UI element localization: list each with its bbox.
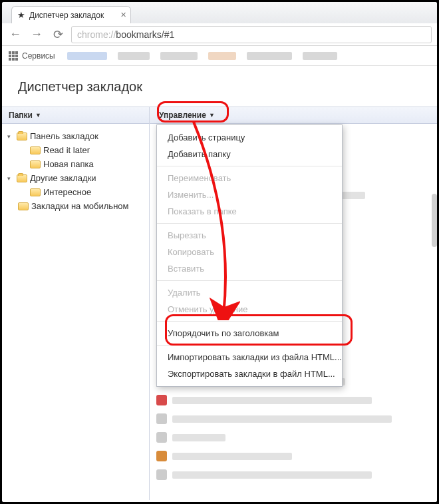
tree-item-new-folder[interactable]: Новая папка [6,157,145,171]
menu-sort-title[interactable]: Упорядочить по заголовкам [157,325,342,342]
menu-delete: Удалить [157,284,342,301]
folder-open-icon [17,174,27,182]
url-path: bookmarks/#1 [116,29,174,40]
folder-label: Закладки на мобильном [31,201,128,211]
nav-toolbar: ← → ⟳ chrome://bookmarks/#1 [2,23,437,46]
menu-show-in-folder: Показать в папке [157,203,342,220]
scrollbar-thumb[interactable] [432,194,437,247]
menu-paste: Вставить [157,260,342,277]
back-button[interactable]: ← [7,27,23,41]
folder-label: Интересное [43,187,91,197]
tree-item-interesting[interactable]: Интересное [6,185,145,199]
collapse-icon[interactable]: ▾ [7,175,14,182]
caret-down-icon: ▼ [209,112,215,119]
tree-item-bookmarks-bar[interactable]: ▾ Панель закладок [6,129,145,143]
manage-header[interactable]: Управление ▼ [150,107,437,124]
bookmark-bar-blurred-items [67,52,337,60]
menu-separator [157,223,342,224]
folder-label: Read it later [43,145,90,155]
menu-add-page[interactable]: Добавить страницу [157,129,342,146]
manage-dropdown: Добавить страницу Добавить папку Переиме… [156,125,343,387]
menu-add-folder[interactable]: Добавить папку [157,146,342,162]
tab-title: Диспетчер закладок [29,11,104,20]
menu-undo-delete: Отменить удаление [157,301,342,318]
reload-button[interactable]: ⟳ [50,27,66,42]
url-scheme: chrome:// [77,29,116,40]
apps-shortcut[interactable]: Сервисы [9,51,55,61]
tab-strip: ★ Диспетчер закладок ✕ [2,2,437,23]
folder-tree: ▾ Панель закладок Read it later Новая па… [2,124,149,218]
caret-down-icon: ▼ [35,112,41,119]
menu-copy: Копировать [157,244,342,260]
menu-separator [157,321,342,322]
address-bar[interactable]: chrome://bookmarks/#1 [71,26,432,43]
menu-cut: Вырезать [157,227,342,244]
folders-pane: Папки ▼ ▾ Панель закладок Read it later [2,107,150,500]
menu-separator [157,280,342,281]
folder-label: Панель закладок [30,131,98,141]
apps-label: Сервисы [22,51,55,61]
folder-icon [30,146,41,154]
manage-header-label: Управление [159,111,206,120]
folder-icon [18,202,29,210]
page-content: Диспетчер закладок Папки ▼ ▾ Панель закл… [2,66,437,502]
menu-separator [157,345,342,346]
apps-grid-icon [9,51,18,61]
folder-label: Новая папка [43,159,94,169]
collapse-icon[interactable]: ▾ [7,133,14,140]
folder-icon [30,160,41,168]
folders-header[interactable]: Папки ▼ [2,107,149,124]
folders-header-label: Папки [9,111,33,120]
menu-separator [157,166,342,166]
folder-open-icon [17,132,27,140]
star-icon: ★ [17,10,25,20]
menu-import-html[interactable]: Импортировать закладки из файла HTML... [157,349,342,366]
bookmarks-list-pane: Управление ▼ [150,107,437,500]
menu-rename: Переименовать [157,170,342,186]
menu-edit: Изменить... [157,186,342,203]
tree-item-mobile[interactable]: Закладки на мобильном [6,199,145,213]
forward-button[interactable]: → [29,27,45,41]
page-title: Диспетчер закладок [2,66,437,107]
bookmarks-bar: Сервисы [2,46,437,66]
folder-label: Другие закладки [30,173,96,183]
close-tab-icon[interactable]: ✕ [120,11,126,19]
menu-export-html[interactable]: Экспортировать закладки в файл HTML... [157,366,342,382]
tree-item-read-later[interactable]: Read it later [6,143,145,157]
browser-tab[interactable]: ★ Диспетчер закладок ✕ [11,6,131,23]
folder-icon [30,188,41,196]
tree-item-other-bookmarks[interactable]: ▾ Другие закладки [6,171,145,185]
